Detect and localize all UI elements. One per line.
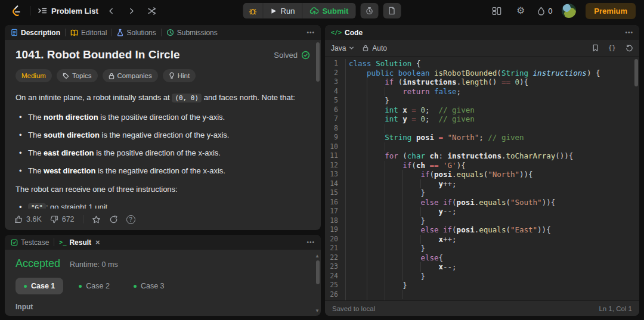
bookmark-icon[interactable]	[592, 44, 599, 52]
code-line[interactable]: 6int x = 0; // given	[325, 105, 639, 115]
tab-code-label: Code	[345, 29, 363, 37]
tab-result-label: Result	[69, 238, 91, 247]
result-scrollbar[interactable]	[316, 260, 320, 284]
code-line[interactable]: 16else if(posi.equals("South")){	[325, 198, 639, 207]
code-line[interactable]: 3if (instructions.length() == 0){	[325, 77, 639, 87]
problem-list-icon	[38, 6, 47, 15]
question-icon: ?	[126, 215, 135, 224]
line-number: 5	[325, 96, 345, 105]
language-selector[interactable]: Java	[331, 44, 354, 52]
code-line[interactable]: 19else if(posi.equals("East")){	[325, 225, 639, 235]
auto-toggle[interactable]: Auto	[363, 44, 387, 52]
line-number: 4	[325, 87, 345, 97]
code-line[interactable]: 1class Solution {	[325, 59, 639, 69]
code-line[interactable]: 17y--;	[325, 207, 639, 216]
hint-button[interactable]: Hint	[163, 69, 196, 82]
code-line[interactable]: 9String posi = "North"; // given	[325, 133, 639, 142]
tab-submissions[interactable]: Submissions	[166, 29, 218, 37]
line-number: 6	[325, 105, 345, 115]
code-line[interactable]: 23x--;	[325, 262, 639, 272]
panel-options-icon[interactable]: •••	[306, 239, 315, 246]
shuffle-icon[interactable]	[145, 4, 159, 18]
code-line[interactable]: 8	[325, 124, 639, 133]
tab-code[interactable]: </> Code	[331, 29, 363, 37]
code-line[interactable]: 27else if(ch == 'L'){	[325, 299, 639, 300]
star-button[interactable]	[92, 215, 101, 224]
code-line[interactable]: 7int y = 0; // given	[325, 114, 639, 124]
case-tab-2[interactable]: Case 2	[70, 278, 118, 294]
format-code-icon[interactable]: {}	[608, 44, 616, 52]
code-line[interactable]: 4return false;	[325, 87, 639, 97]
code-line[interactable]: 15}	[325, 188, 639, 198]
problem-list-button[interactable]: Problem List	[38, 6, 98, 15]
cursor-position[interactable]: Ln 1, Col 1	[599, 305, 632, 312]
top-navbar: Problem List	[0, 0, 644, 21]
description-scrollbar[interactable]	[316, 42, 320, 82]
tab-solutions[interactable]: Solutions	[117, 29, 156, 37]
code-line[interactable]: 14y++;	[325, 179, 639, 189]
tab-result[interactable]: >_ Result ×	[59, 238, 100, 247]
submit-button[interactable]: Submit	[302, 3, 355, 18]
premium-button[interactable]: Premium	[586, 3, 636, 19]
code-line[interactable]: 13if(posi.equals("North")){	[325, 170, 639, 179]
case-passed-dot	[79, 285, 82, 288]
line-number: 7	[325, 114, 345, 124]
book-icon	[70, 29, 78, 36]
terminal-icon: >_	[59, 239, 66, 246]
code-line[interactable]: 22else{	[325, 253, 639, 263]
scroll-down-icon[interactable]: ▼	[315, 308, 320, 313]
code-line[interactable]: 10	[325, 142, 639, 152]
problem-title: 1041. Robot Bounded In Circle	[16, 48, 180, 61]
timer-button[interactable]	[360, 3, 378, 18]
result-panel: Testcase >_ Result × ••• Accepted Runtim…	[5, 235, 321, 316]
tab-description[interactable]: Description	[11, 29, 60, 37]
tab-editorial[interactable]: Editorial	[70, 29, 107, 37]
case-tabs: Case 1Case 2Case 3	[16, 278, 310, 294]
case-tab-3[interactable]: Case 3	[125, 278, 173, 294]
reset-code-icon[interactable]	[626, 44, 633, 52]
share-button[interactable]	[109, 215, 118, 224]
line-number: 2	[325, 69, 345, 78]
code-line[interactable]: 21}	[325, 244, 639, 253]
editor-scrollbar[interactable]	[634, 59, 638, 86]
code-line[interactable]: 5}	[325, 96, 639, 105]
code-line[interactable]: 25}	[325, 281, 639, 290]
notes-button[interactable]	[383, 3, 401, 18]
companies-button[interactable]: Companies	[103, 69, 158, 82]
debug-button[interactable]	[243, 3, 263, 18]
scroll-up-icon[interactable]: ▲	[315, 253, 320, 259]
prev-problem-icon[interactable]	[104, 4, 119, 18]
difficulty-badge[interactable]: Medium	[16, 69, 52, 82]
layout-switcher-icon[interactable]	[490, 4, 504, 18]
code-line[interactable]: 18}	[325, 216, 639, 226]
panel-options-icon[interactable]: •••	[306, 29, 315, 36]
run-button[interactable]: Run	[264, 3, 302, 18]
lock-icon	[363, 45, 369, 51]
topics-label: Topics	[72, 72, 92, 79]
line-number: 8	[325, 124, 345, 133]
panel-options-icon[interactable]: •••	[625, 29, 633, 36]
case-tab-1[interactable]: Case 1	[16, 278, 63, 294]
tab-testcase[interactable]: Testcase	[11, 238, 49, 247]
code-line[interactable]: 11for (char ch: instructions.toCharArray…	[325, 151, 639, 161]
code-line[interactable]: 24}	[325, 272, 639, 281]
tab-editorial-label: Editorial	[81, 29, 107, 37]
dislike-button[interactable]: 672	[50, 215, 75, 223]
streak-counter[interactable]: 0	[537, 7, 552, 15]
code-line[interactable]: 12if(ch == 'G'){	[325, 161, 639, 170]
code-line[interactable]: 26	[325, 290, 639, 300]
feedback-button[interactable]: ?	[126, 215, 135, 224]
next-problem-icon[interactable]	[125, 4, 139, 18]
leetcode-logo-icon[interactable]	[8, 4, 23, 18]
topics-button[interactable]: Topics	[57, 69, 98, 82]
close-result-icon[interactable]: ×	[95, 238, 100, 247]
code-line[interactable]: 20x++;	[325, 235, 639, 244]
line-number: 25	[325, 281, 345, 290]
solved-status[interactable]: Solved	[274, 51, 310, 60]
code-editor[interactable]: 1class Solution {2public boolean isRobot…	[325, 57, 639, 300]
code-line[interactable]: 2public boolean isRobotBounded(String in…	[325, 69, 639, 78]
flame-icon	[537, 7, 545, 15]
settings-gear-icon[interactable]: ⚙	[513, 4, 528, 18]
user-avatar[interactable]	[562, 4, 576, 18]
like-button[interactable]: 3.6K	[14, 215, 42, 223]
